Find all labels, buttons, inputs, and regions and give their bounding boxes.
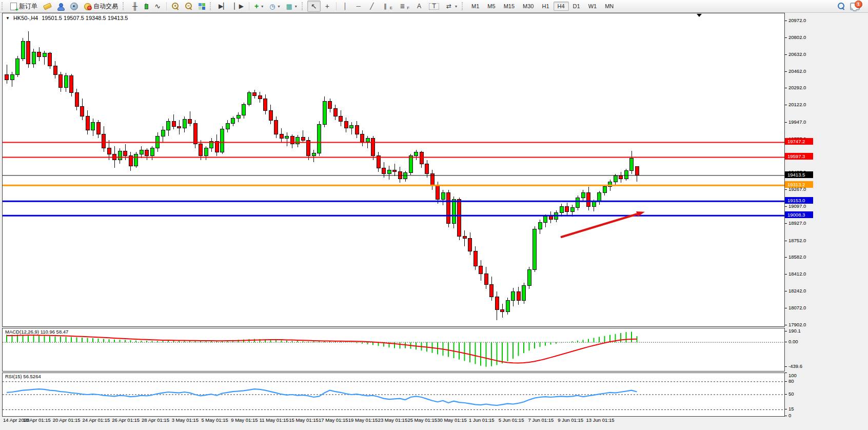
price-axis[interactable]: 20972.020802.020632.020462.020292.020122…: [785, 13, 868, 424]
auto-trading-button[interactable]: 自动交易: [81, 1, 121, 12]
bar-chart-icon: ╫: [131, 3, 139, 10]
zoom-out-button[interactable]: −: [182, 1, 195, 12]
toolbar-grip: [123, 2, 126, 10]
toolbar-grip: [2, 2, 5, 10]
market-watch-button[interactable]: [41, 1, 54, 12]
horizontal-line-tool-button[interactable]: ─: [352, 1, 365, 12]
date-label: 28 Apr 01:15: [142, 417, 169, 423]
rsi-tick-mark: [785, 416, 787, 416]
price-tick-mark: [785, 325, 787, 325]
date-label: 13 Jun 01:15: [586, 417, 615, 423]
vertical-line-tool-button[interactable]: │: [339, 1, 352, 12]
date-label: 11 May 01:15: [260, 417, 289, 423]
timeframe-h4[interactable]: H4: [554, 2, 569, 11]
template-icon: ▦: [286, 3, 292, 10]
notification-badge: 1: [855, 1, 862, 8]
price-tick-mark: [785, 21, 787, 21]
candlestick-chart[interactable]: [3, 13, 784, 326]
fibonacci-tool-button[interactable]: ≣F: [396, 1, 412, 12]
rsi-tick-label: 0: [788, 413, 791, 418]
price-tick-mark: [785, 241, 787, 241]
bar-chart-button[interactable]: ╫: [128, 1, 142, 12]
channel-tool-button[interactable]: ∥E: [379, 1, 396, 12]
rsi-pane[interactable]: RSI(15) 56.5264: [2, 373, 785, 417]
candlestick-chart-button[interactable]: [142, 1, 151, 12]
arrows-tool-button[interactable]: ⇄▾: [442, 1, 460, 12]
toolbar-separator: [249, 2, 249, 10]
clock-icon: ◷: [269, 3, 275, 10]
zoom-in-icon: +: [172, 3, 179, 10]
chart-shift-button[interactable]: ▏▶: [231, 1, 246, 12]
timeframe-m15[interactable]: M15: [500, 2, 519, 11]
price-tick-mark: [785, 274, 787, 275]
rsi-tick-mark: [785, 409, 787, 409]
date-label: 19 May 01:15: [348, 417, 378, 423]
rsi-tick-label: 100: [788, 373, 797, 378]
profile-button[interactable]: [54, 1, 67, 12]
rsi-label: RSI(15) 56.5264: [5, 374, 41, 379]
date-label: 18 Apr 01:15: [23, 417, 51, 423]
signal-icon: [70, 3, 78, 10]
cursor-icon: ↖: [310, 3, 318, 10]
price-level-tag: 19413.5: [785, 171, 813, 178]
date-label: 1 Jun 01:15: [469, 417, 495, 423]
price-tick-label: 20632.0: [788, 52, 806, 57]
chart-title: ▼ HK50-,H4 19501.5 19507.5 19348.5 19413…: [6, 15, 128, 21]
timeframe-m30[interactable]: M30: [519, 2, 538, 11]
price-tick-label: 18242.0: [788, 288, 806, 294]
price-level-tag: 19153.0: [785, 197, 813, 204]
date-label: 5 Jun 01:15: [499, 417, 524, 423]
fibonacci-icon: ≣: [399, 3, 406, 10]
chevron-down-icon: ▾: [261, 4, 263, 9]
date-label: 30 May 01:15: [437, 417, 467, 423]
macd-tick-mark: [785, 331, 787, 331]
signals-button[interactable]: [67, 1, 81, 12]
date-label: 15 May 01:15: [289, 417, 319, 423]
templates-button[interactable]: ▦▾: [283, 1, 300, 12]
crayon-icon: [43, 3, 52, 10]
price-level-tag: 19747.2: [785, 138, 813, 145]
new-order-button[interactable]: + 新订单: [7, 1, 41, 12]
date-label: 9 May 01:15: [231, 417, 258, 423]
date-axis[interactable]: 14 Apr 202318 Apr 01:1520 Apr 01:1524 Ap…: [2, 416, 784, 424]
text-tool-button[interactable]: A: [412, 1, 426, 12]
toolbar: + 新订单 自动交易 ╫ ∿ + − ▶▏ ▏▶ +▾ ◷▾ ▦▾ ↖ + │ …: [0, 0, 868, 13]
crosshair-tool-button[interactable]: +: [321, 1, 334, 12]
label-tool-icon: T: [429, 3, 439, 10]
main-chart-pane[interactable]: ▼ HK50-,H4 19501.5 19507.5 19348.5 19413…: [2, 13, 785, 327]
tile-windows-button[interactable]: [195, 1, 208, 12]
macd-tick-label: 0.00: [788, 339, 798, 344]
auto-scroll-button[interactable]: ▶▏: [215, 1, 231, 12]
chat-icon[interactable]: 1: [850, 3, 860, 10]
indicators-button[interactable]: +▾: [251, 1, 266, 12]
price-tick-mark: [785, 88, 787, 88]
line-chart-button[interactable]: ∿: [151, 1, 164, 12]
person-icon: [57, 3, 64, 10]
vertical-line-icon: │: [342, 3, 349, 10]
price-tick-label: 18927.0: [788, 221, 806, 226]
price-tick-mark: [785, 105, 787, 105]
timeframe-w1[interactable]: W1: [584, 2, 601, 11]
macd-pane[interactable]: MACD(12,26,9) 110.96 58.47: [2, 328, 785, 372]
timeframe-m1[interactable]: M1: [467, 2, 483, 11]
timeframe-h1[interactable]: H1: [538, 2, 553, 11]
macd-tick-label: 190.1: [788, 328, 801, 334]
rsi-tick-label: 80: [788, 379, 794, 384]
new-order-label: 新订单: [19, 2, 37, 11]
rsi-chart[interactable]: [3, 373, 784, 416]
price-tick-label: 20122.0: [788, 102, 806, 107]
macd-chart[interactable]: [3, 328, 784, 371]
timeframe-m5[interactable]: M5: [483, 2, 499, 11]
label-tool-button[interactable]: T: [426, 1, 442, 12]
cursor-tool-button[interactable]: ↖: [307, 1, 321, 12]
trendline-icon: ╱: [368, 3, 376, 10]
search-icon[interactable]: [838, 3, 845, 10]
timeframe-d1[interactable]: D1: [569, 2, 584, 11]
zoom-in-button[interactable]: +: [169, 1, 182, 12]
price-tick-mark: [785, 308, 787, 308]
toolbar-separator: [166, 2, 167, 10]
trendline-tool-button[interactable]: ╱: [365, 1, 379, 12]
timeframe-mn[interactable]: MN: [601, 2, 618, 11]
periods-button[interactable]: ◷▾: [266, 1, 283, 12]
chevron-down-icon[interactable]: ▼: [6, 16, 10, 21]
